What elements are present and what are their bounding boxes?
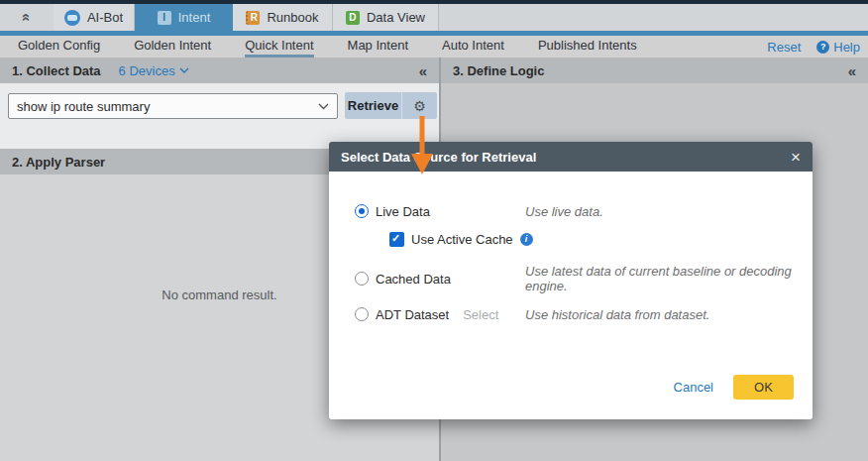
tab-runbook[interactable]: R Runbook	[233, 4, 333, 31]
tab-intent[interactable]: I Intent	[135, 4, 233, 31]
dialog-title: Select Data Source for Retrieval	[341, 150, 536, 165]
collapse-header-button[interactable]: «	[0, 4, 54, 31]
close-icon[interactable]: ×	[791, 149, 801, 166]
active-cache-checkbox[interactable]	[389, 232, 404, 247]
option-live-data[interactable]: Live Data Use live data.	[355, 203, 801, 219]
command-value: show ip route summary	[17, 99, 150, 114]
help-question-icon: ?	[816, 41, 829, 54]
chevron-down-icon	[179, 67, 189, 73]
option-description: Use historical data from dataset.	[525, 307, 709, 322]
subnav-item-golden-intent[interactable]: Golden Intent	[134, 36, 211, 58]
radio-live-data[interactable]	[355, 204, 369, 218]
collect-data-panel-body: show ip route summary Retrieve ⚙	[0, 83, 439, 149]
info-icon[interactable]: i	[520, 233, 533, 246]
retrieve-settings-button[interactable]: ⚙	[401, 92, 437, 119]
retrieve-button[interactable]: Retrieve	[345, 92, 401, 119]
chevron-down-icon	[318, 103, 329, 110]
collapse-logic-panel-icon[interactable]: «	[848, 62, 856, 79]
option-label: Live Data	[376, 204, 430, 219]
option-description: Use live data.	[525, 204, 603, 219]
adt-select-link[interactable]: Select	[463, 307, 498, 322]
subnav-item-published-intents[interactable]: Published Intents	[538, 36, 637, 58]
intent-badge-icon: I	[158, 11, 171, 25]
radio-adt-dataset[interactable]	[355, 307, 369, 321]
cancel-button[interactable]: Cancel	[674, 380, 713, 395]
tab-data-view[interactable]: D Data View	[333, 4, 439, 31]
option-cached-data[interactable]: Cached Data Use latest data of current b…	[355, 271, 801, 287]
option-description: Use latest data of current baseline or d…	[525, 264, 801, 293]
radio-cached-data[interactable]	[355, 272, 369, 286]
subnav-item-quick-intent[interactable]: Quick Intent	[245, 36, 313, 58]
tab-label: AI-Bot	[87, 10, 123, 25]
use-active-cache-row[interactable]: Use Active Cache i	[389, 231, 801, 247]
define-logic-panel-header: 3. Define Logic «	[441, 58, 868, 83]
help-label: Help	[833, 40, 860, 55]
dataview-badge-icon: D	[346, 11, 360, 25]
tab-ai-bot[interactable]: AI-Bot	[54, 4, 135, 31]
dialog-footer: Cancel OK	[674, 375, 794, 400]
intent-subnav: Golden Config Golden Intent Quick Intent…	[0, 36, 868, 58]
tab-label: Intent	[178, 10, 211, 25]
robot-icon	[64, 10, 80, 26]
collect-data-title: 1. Collect Data	[12, 63, 101, 78]
devices-count-label: 6 Devices	[119, 63, 175, 78]
collect-data-panel-header: 1. Collect Data 6 Devices «	[0, 58, 439, 83]
ok-button[interactable]: OK	[733, 375, 794, 400]
retrieve-button-group: Retrieve ⚙	[345, 92, 437, 119]
reset-link[interactable]: Reset	[767, 40, 801, 55]
main-tab-bar: « AI-Bot I Intent R Runbook D Data View	[0, 4, 868, 31]
command-select[interactable]: show ip route summary	[8, 93, 338, 119]
active-cache-label: Use Active Cache	[411, 232, 513, 247]
option-label: Cached Data	[376, 272, 451, 287]
option-adt-dataset[interactable]: ADT Dataset Select Use historical data f…	[355, 306, 801, 322]
apply-parser-title: 2. Apply Parser	[12, 155, 105, 170]
subnav-item-golden-config[interactable]: Golden Config	[18, 36, 100, 58]
tab-label: Runbook	[267, 10, 318, 25]
option-label: ADT Dataset	[376, 307, 449, 322]
subnav-item-auto-intent[interactable]: Auto Intent	[442, 36, 504, 58]
devices-dropdown[interactable]: 6 Devices	[119, 63, 189, 78]
double-chevron-up-icon: «	[19, 13, 36, 21]
gear-icon: ⚙	[413, 98, 426, 114]
collapse-collect-panel-icon[interactable]: «	[419, 62, 427, 79]
define-logic-title: 3. Define Logic	[453, 63, 544, 78]
dialog-header: Select Data Source for Retrieval ×	[329, 142, 813, 172]
runbook-badge-icon: R	[246, 11, 260, 25]
select-data-source-dialog: Select Data Source for Retrieval × Live …	[329, 142, 813, 419]
tab-label: Data View	[367, 10, 425, 25]
help-link[interactable]: ? Help	[816, 40, 860, 55]
subnav-item-map-intent[interactable]: Map Intent	[348, 36, 408, 58]
